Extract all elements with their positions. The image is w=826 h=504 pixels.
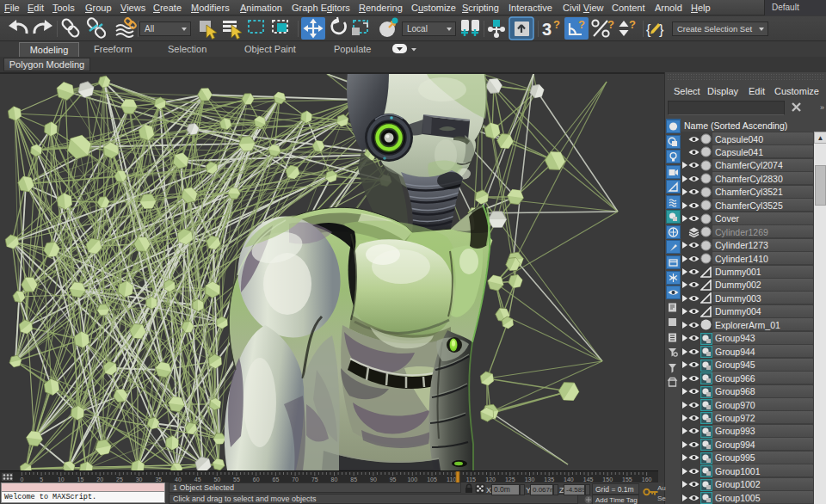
svg-text:3: 3	[542, 20, 552, 39]
svg-text:?: ?	[629, 18, 636, 31]
svg-text:75: 75	[311, 476, 318, 482]
svg-text:100: 100	[407, 476, 417, 482]
svg-text:?: ?	[553, 18, 560, 31]
svg-text:35: 35	[155, 476, 162, 482]
svg-text:155: 155	[622, 476, 632, 482]
svg-text:105: 105	[427, 476, 437, 482]
svg-text:85: 85	[350, 476, 357, 482]
svg-text:{: {	[646, 22, 651, 37]
svg-text:135: 135	[544, 476, 554, 482]
svg-text:40: 40	[175, 476, 182, 482]
svg-text:0: 0	[20, 476, 23, 482]
svg-text:?: ?	[607, 18, 614, 31]
svg-text:145: 145	[583, 476, 594, 482]
svg-text:15: 15	[77, 476, 84, 482]
svg-text:?: ?	[578, 18, 585, 31]
svg-text:10: 10	[58, 476, 65, 482]
svg-text:70: 70	[292, 476, 299, 482]
svg-text:90: 90	[370, 476, 377, 482]
svg-text:80: 80	[331, 476, 338, 482]
svg-text:45: 45	[194, 476, 201, 482]
svg-text:140: 140	[564, 476, 574, 482]
svg-text:55: 55	[233, 476, 240, 482]
svg-text:130: 130	[525, 476, 535, 482]
svg-text:50: 50	[213, 476, 220, 482]
svg-text:95: 95	[390, 476, 397, 482]
svg-text:115: 115	[466, 476, 476, 482]
svg-text:60: 60	[253, 476, 260, 482]
svg-text:110: 110	[447, 476, 456, 482]
svg-text:120: 120	[485, 476, 496, 482]
svg-text:25: 25	[116, 476, 123, 482]
svg-text:30: 30	[136, 476, 143, 482]
svg-text:5: 5	[40, 476, 43, 482]
svg-text:}: }	[659, 22, 664, 37]
svg-text:160: 160	[642, 476, 652, 482]
svg-text:20: 20	[96, 476, 103, 482]
svg-text:150: 150	[602, 476, 613, 482]
svg-text:65: 65	[273, 476, 280, 482]
svg-text:125: 125	[505, 476, 515, 482]
